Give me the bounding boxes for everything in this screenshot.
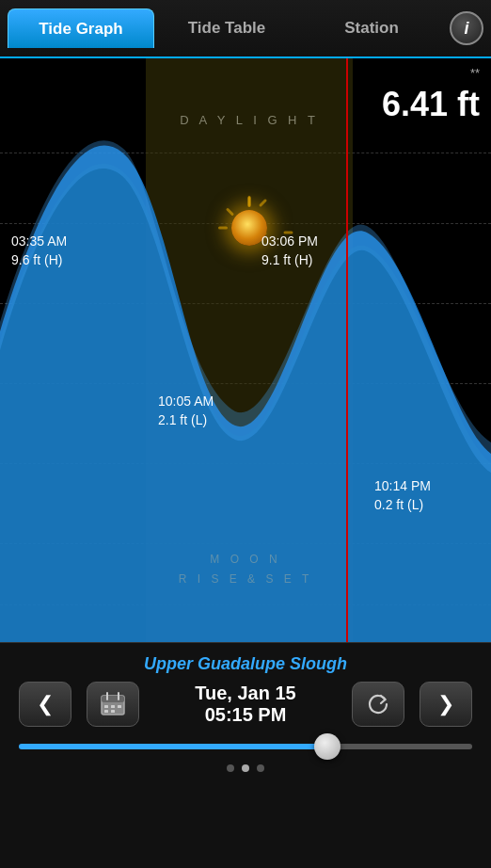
- moon-label: M O O N R I S E & S E T: [0, 550, 491, 590]
- svg-rect-1: [102, 696, 124, 702]
- time-display: 05:15 PM: [154, 704, 337, 726]
- low-tide-2-value: 0.2 ft (L): [374, 497, 423, 512]
- low-tide-2-label: 10:14 PM 0.2 ft (L): [374, 477, 431, 514]
- prev-button[interactable]: ❮: [19, 682, 71, 727]
- slider-track[interactable]: [19, 744, 472, 749]
- high-tide-2-value: 9.1 ft (H): [261, 252, 312, 267]
- tab-tide-table-label: Tide Table: [188, 19, 266, 38]
- low-tide-1-time: 10:05 AM: [158, 394, 214, 409]
- svg-rect-7: [104, 710, 108, 713]
- slider-row: [0, 727, 491, 757]
- prev-icon: ❮: [37, 692, 54, 716]
- nav-row: ❮ Tue, Jan 15 05:15 PM: [0, 682, 491, 727]
- low-tide-2-time: 10:14 PM: [374, 478, 431, 493]
- svg-rect-8: [111, 710, 115, 713]
- calendar-button[interactable]: [87, 682, 139, 727]
- low-tide-1-value: 2.1 ft (L): [158, 412, 207, 427]
- high-tide-2-label: 03:06 PM 9.1 ft (H): [261, 233, 318, 269]
- high-tide-2-time: 03:06 PM: [261, 233, 318, 249]
- page-dot-3[interactable]: [257, 764, 264, 772]
- tab-station[interactable]: Station: [299, 8, 444, 48]
- date-display: Tue, Jan 15: [154, 683, 337, 704]
- moon-label-line1: M O O N: [0, 550, 491, 571]
- moon-label-line2: R I S E & S E T: [0, 570, 491, 590]
- page-dots: [227, 764, 264, 772]
- high-tide-1-value: 9.6 ft (H): [11, 252, 62, 267]
- calendar-icon: [100, 691, 126, 717]
- low-tide-1-label: 10:05 AM 2.1 ft (L): [158, 393, 214, 429]
- tab-bar: Tide Graph Tide Table Station i: [0, 0, 491, 58]
- current-tide-reading: 6.41 ft: [382, 85, 480, 124]
- info-button[interactable]: i: [450, 11, 483, 45]
- tab-tide-graph-label: Tide Graph: [39, 20, 122, 39]
- svg-rect-4: [104, 705, 108, 708]
- svg-rect-5: [111, 705, 115, 708]
- page-dot-1[interactable]: [227, 764, 234, 772]
- refresh-button[interactable]: [352, 682, 404, 727]
- page-dot-2[interactable]: [242, 764, 249, 772]
- tab-tide-graph[interactable]: Tide Graph: [8, 8, 154, 48]
- tab-tide-table[interactable]: Tide Table: [154, 8, 299, 48]
- station-name: Upper Guadalupe Slough: [144, 654, 347, 674]
- svg-rect-6: [118, 705, 121, 708]
- next-icon: ❯: [437, 692, 454, 716]
- slider-thumb[interactable]: [314, 733, 341, 760]
- next-button[interactable]: ❯: [420, 682, 472, 727]
- high-tide-1-label: 03:35 AM 9.6 ft (H): [11, 233, 67, 269]
- info-icon: i: [464, 19, 468, 39]
- refresh-icon: [366, 692, 390, 716]
- graph-area: ** 6.41 ft D A Y L I G H T 03:35 A: [0, 58, 491, 642]
- high-tide-1-time: 03:35 AM: [11, 233, 67, 249]
- date-time-display: Tue, Jan 15 05:15 PM: [154, 683, 337, 726]
- bottom-panel: Upper Guadalupe Slough ❮ Tue, Jan 15 05:…: [0, 642, 491, 868]
- tab-station-label: Station: [344, 19, 399, 38]
